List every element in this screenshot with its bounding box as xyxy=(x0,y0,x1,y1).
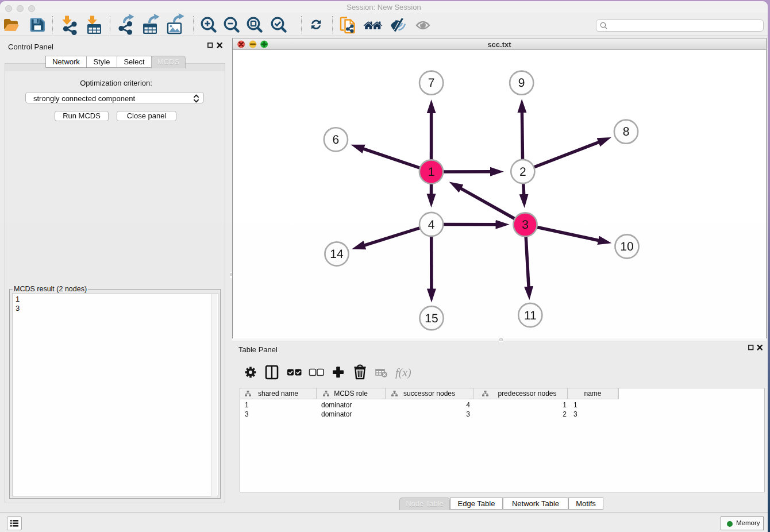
svg-text:2: 2 xyxy=(519,165,526,179)
svg-text:1: 1 xyxy=(428,165,435,179)
svg-text:f(x): f(x) xyxy=(395,367,411,379)
svg-text:11: 11 xyxy=(524,309,537,322)
svg-text:7: 7 xyxy=(428,76,435,90)
svg-text:3: 3 xyxy=(522,218,529,232)
svg-text:6: 6 xyxy=(333,133,340,147)
svg-text:14: 14 xyxy=(330,248,344,261)
svg-text:4: 4 xyxy=(428,218,435,232)
svg-text:8: 8 xyxy=(623,125,630,138)
svg-text:10: 10 xyxy=(620,240,633,253)
svg-text:15: 15 xyxy=(425,312,438,325)
svg-text:9: 9 xyxy=(518,76,525,90)
